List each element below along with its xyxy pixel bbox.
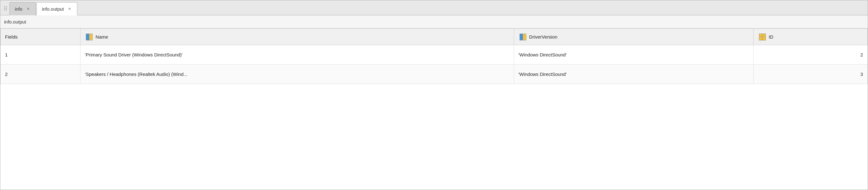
table-area: Fields [0,29,868,190]
ch-icon-name [85,34,94,40]
col-header-id[interactable]: ID [753,29,867,45]
title-bar-text: info.output [4,19,26,25]
ch-icon-driver-graphic [520,34,526,40]
tab-info-output-label: info.output [42,6,64,11]
grid-icon-id [758,34,767,40]
col-driver-label: DriverVersion [529,34,558,39]
tab-info-output-close[interactable]: ✕ [67,6,72,11]
ch-icon-driver [519,34,527,40]
tab-info-label: info [15,6,22,11]
col-header-fields[interactable]: Fields [1,29,81,45]
cell-name-2: 'Speakers / Headphones (Realtek Audio) (… [81,65,514,84]
cell-driver-1: 'Windows DirectSound' [514,45,753,65]
col-header-name[interactable]: Name [81,29,514,45]
main-container: ⠿ info ✕ info.output ✕ info.output Field… [0,0,868,190]
cell-fields-1: 1 [1,45,81,65]
data-table: Fields [0,29,868,84]
title-bar: info.output [0,15,868,29]
cell-name-1: 'Primary Sound Driver (Windows DirectSou… [81,45,514,65]
tab-info-close[interactable]: ✕ [26,7,30,11]
cell-id-2: 3 [753,65,867,84]
table-header-row: Fields [1,29,868,45]
table-row: 1 'Primary Sound Driver (Windows DirectS… [1,45,868,65]
cell-driver-2: 'Windows DirectSound' [514,65,753,84]
table-row: 2 'Speakers / Headphones (Realtek Audio)… [1,65,868,84]
col-name-label: Name [96,34,108,39]
cell-id-1: 2 [753,45,867,65]
tab-info[interactable]: info ✕ [9,2,36,15]
col-fields-label: Fields [5,34,18,39]
cell-fields-2: 2 [1,65,81,84]
col-header-driver[interactable]: DriverVersion [514,29,753,45]
ch-icon-name-graphic [86,34,93,40]
tab-bar: ⠿ info ✕ info.output ✕ [0,0,868,15]
col-id-label: ID [769,34,773,39]
grid-icon-id-graphic [759,34,766,40]
drag-handle[interactable]: ⠿ [2,2,9,15]
tab-info-output[interactable]: info.output ✕ [36,2,77,15]
